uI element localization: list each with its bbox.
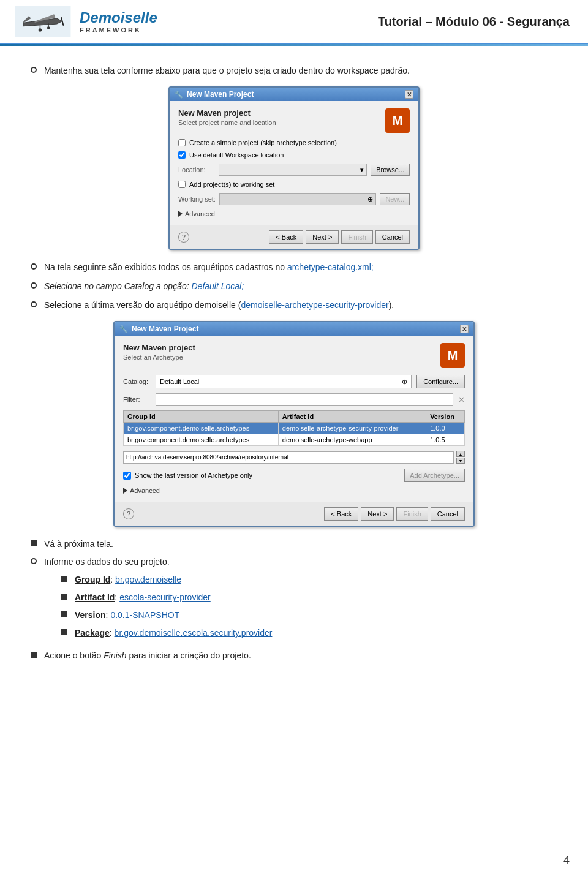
cancel-button-1[interactable]: Cancel <box>375 230 410 244</box>
bullet-item-2a: Na tela seguinte são exibidos todos os a… <box>31 261 557 274</box>
dialog-body-1: New Maven project Select project name an… <box>170 101 418 225</box>
dialog-window-icon-2: 🔧 <box>119 325 128 333</box>
add-archetype-button[interactable]: Add Archetype... <box>404 469 465 482</box>
dialog-section-sub-1: Select project name and location <box>178 119 276 126</box>
new-button[interactable]: New... <box>380 193 410 205</box>
default-local-link[interactable]: Default Local; <box>192 281 244 291</box>
sub-bullet-square-3 <box>61 611 67 617</box>
section1: Mantenha sua tela conforme abaixo para q… <box>31 64 557 250</box>
dialog-title-text: New Maven Project <box>187 90 254 99</box>
bullet-square-icon-3c <box>31 652 37 658</box>
col-version: Version <box>426 411 465 423</box>
advanced-section-1[interactable]: Advanced <box>178 210 410 217</box>
checkbox-row-1: Create a simple project (skip archetype … <box>178 139 410 146</box>
url-scroll-down[interactable]: ▼ <box>456 458 465 464</box>
catalog-combo[interactable]: Default Local ⊕ <box>156 375 412 388</box>
sub-bullet-4: Package: br.gov.demoiselle.escola.securi… <box>61 627 557 639</box>
sub-value-1[interactable]: br.gov.demoiselle <box>115 575 181 584</box>
filter-row: Filter: ✕ <box>123 393 465 406</box>
checkbox-label-1: Create a simple project (skip archetype … <box>189 139 337 146</box>
archetype-table-body: br.gov.component.demoiselle.archetypes d… <box>124 423 465 446</box>
bullet-text-2b: Selecione no campo Catalog a opção: Defa… <box>44 280 244 293</box>
url-scroll-up[interactable]: ▲ <box>456 451 465 457</box>
checkbox-default-workspace[interactable] <box>178 151 186 159</box>
bullet-circle-icon-2c <box>31 301 37 307</box>
bullet-text-2b-pre: Selecione no campo Catalog a opção: <box>44 281 192 291</box>
advanced-triangle-icon <box>178 211 183 217</box>
help-icon-2[interactable]: ? <box>123 508 134 519</box>
bullet-text-2a: Na tela seguinte são exibidos todos os a… <box>44 261 374 274</box>
dialog-footer-1: ? < Back Next > Finish Cancel <box>170 225 418 249</box>
cancel-button-2[interactable]: Cancel <box>431 507 465 521</box>
sub-value-4[interactable]: br.gov.demoiselle.escola.security.provid… <box>115 628 273 638</box>
sub-bullet-text-3: Version: 0.0.1-SNAPSHOT <box>75 609 179 622</box>
table-row[interactable]: br.gov.component.demoiselle.archetypes d… <box>124 434 465 446</box>
checkbox-row-3: Add project(s) to working set <box>178 181 410 188</box>
bullet-square-icon-3a <box>31 540 37 546</box>
url-input[interactable] <box>123 451 454 464</box>
back-button-2[interactable]: < Back <box>324 507 358 521</box>
checkbox-label-3: Add project(s) to working set <box>189 181 274 188</box>
next-button-2[interactable]: Next > <box>361 507 394 521</box>
row2-artifact-id: demoiselle-archetype-webapp <box>278 434 426 446</box>
archetype-table-header: Group Id Artifact Id Version <box>124 411 465 423</box>
bullet-text-2c-post: ). <box>389 300 394 310</box>
working-set-input: ⊕ <box>219 193 376 205</box>
dialog-new-maven-project-1: 🔧 New Maven Project ✕ New Maven project … <box>168 86 420 250</box>
location-input: ▾ <box>219 164 367 176</box>
logo-demoiselle: Demoiselle <box>80 9 157 26</box>
page-number: 4 <box>564 854 570 867</box>
row1-artifact-id: demoiselle-archetype-security-provider <box>278 423 426 434</box>
sub-sep-1: : <box>110 575 115 584</box>
table-row[interactable]: br.gov.component.demoiselle.archetypes d… <box>124 423 465 434</box>
table-header-row: Group Id Artifact Id Version <box>124 411 465 423</box>
dialog-section-sub-2: Select an Archetype <box>123 353 195 361</box>
section3: Vá à próxima tela. Informe os dados do s… <box>31 538 557 662</box>
back-button-1[interactable]: < Back <box>269 230 303 244</box>
dialog-close-button[interactable]: ✕ <box>405 90 413 99</box>
catalog-row: Catalog: Default Local ⊕ Configure... <box>123 375 465 388</box>
show-last-left: Show the last version of Archetype only <box>123 472 252 480</box>
combo-stepper-icon: ⊕ <box>368 195 373 203</box>
dialog-body-2: New Maven project Select an Archetype M … <box>115 336 473 502</box>
bullet-circle-icon-2a <box>31 263 37 270</box>
catalog-combo-arrow: ⊕ <box>402 378 407 386</box>
sub-label-1: Group Id <box>75 575 110 584</box>
bullet-text-3a: Vá à próxima tela. <box>44 538 113 551</box>
advanced-triangle-icon-2 <box>123 488 127 494</box>
sub-bullet-text-2: Artifact Id: escola-security-provider <box>75 591 211 604</box>
bullet-item-3a: Vá à próxima tela. <box>31 538 557 551</box>
sub-bullets-list: Group Id: br.gov.demoiselle Artifact Id:… <box>61 573 557 639</box>
dialog-close-button-2[interactable]: ✕ <box>460 325 469 333</box>
bullet-item-2b: Selecione no campo Catalog a opção: Defa… <box>31 280 557 293</box>
dialog-titlebar-2: 🔧 New Maven Project ✕ <box>115 322 473 336</box>
bullet-3c-post: para iniciar a criação do projeto. <box>127 651 251 660</box>
browse-button[interactable]: Browse... <box>371 164 410 176</box>
filter-clear-icon[interactable]: ✕ <box>458 395 465 404</box>
configure-button[interactable]: Configure... <box>417 375 465 388</box>
advanced-section-2[interactable]: Advanced <box>123 487 465 494</box>
checkbox-working-set[interactable] <box>178 181 186 188</box>
checkbox-show-last[interactable] <box>123 472 131 480</box>
sub-label-4: Package <box>75 628 110 638</box>
dialog-section-header: New Maven project Select project name an… <box>178 108 276 132</box>
help-icon[interactable]: ? <box>178 232 189 243</box>
finish-button-2[interactable]: Finish <box>396 507 428 521</box>
dialog-title-left: 🔧 New Maven Project <box>175 90 254 99</box>
row1-version: 1.0.0 <box>426 423 465 434</box>
sub-value-3[interactable]: 0.0.1-SNAPSHOT <box>110 610 179 620</box>
filter-input[interactable] <box>156 393 453 406</box>
demoiselle-archetype-link[interactable]: demoiselle-archetype-security-provider <box>241 300 388 310</box>
show-last-label: Show the last version of Archetype only <box>135 472 252 479</box>
sub-sep-2: : <box>115 592 119 602</box>
sub-value-2[interactable]: escola-security-provider <box>119 592 211 602</box>
catalog-label: Catalog: <box>123 378 151 385</box>
finish-button-1[interactable]: Finish <box>341 230 372 244</box>
next-button-1[interactable]: Next > <box>306 230 339 244</box>
checkbox-simple-project[interactable] <box>178 139 186 146</box>
logo-area: Demoiselle FRAMEWORK <box>12 6 157 37</box>
bullet-text-2a-pre: Na tela seguinte são exibidos todos os a… <box>44 262 287 272</box>
archetype-catalog-link[interactable]: archetype-catalog.xml; <box>287 262 374 272</box>
maven-icon-1: M <box>385 108 410 133</box>
url-scroll-controls: ▲ ▼ <box>456 451 465 464</box>
